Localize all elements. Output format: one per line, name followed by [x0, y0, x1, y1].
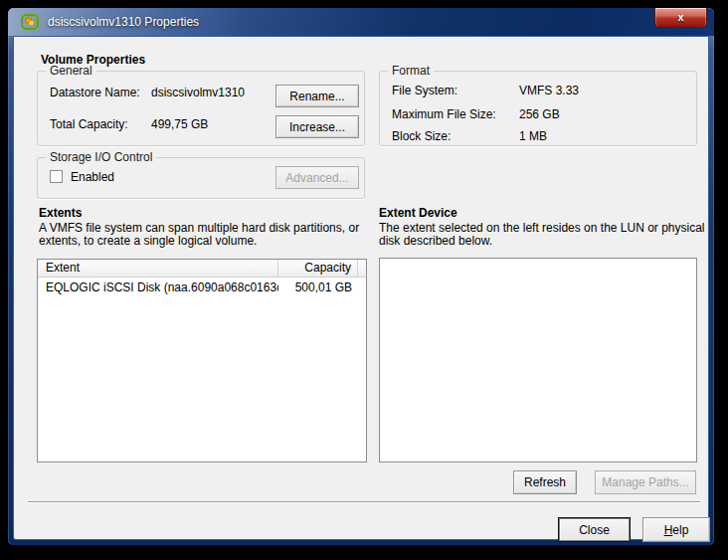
increase-button[interactable]: Increase... [275, 115, 359, 138]
advanced-button: Advanced... [275, 166, 359, 189]
block-size-value: 1 MB [519, 129, 547, 143]
table-row[interactable]: EQLOGIC iSCSI Disk (naa.6090a068c0163d7.… [38, 278, 366, 297]
titlebar[interactable]: dsiscsivolmv1310 Properties x [8, 8, 714, 36]
extents-table-header[interactable]: Extent Capacity [38, 260, 366, 278]
close-button[interactable]: Close [558, 517, 631, 542]
capacity-cell[interactable]: 500,01 GB [278, 278, 358, 297]
file-system-label: File System: [392, 84, 457, 97]
storage-io-control-legend: Storage I/O Control [46, 150, 156, 164]
total-capacity-value: 499,75 GB [151, 117, 208, 131]
extent-cell[interactable]: EQLOGIC iSCSI Disk (naa.6090a068c0163d7.… [38, 278, 278, 297]
file-system-value: VMFS 3.33 [519, 84, 579, 97]
filler-column-header [358, 260, 366, 277]
extent-column-header[interactable]: Extent [38, 260, 278, 277]
help-button[interactable]: Help [642, 517, 710, 542]
dialog-client-area: Volume Properties General Datastore Name… [13, 36, 709, 540]
storage-io-control-group: Storage I/O Control Enabled Advanced... [37, 157, 365, 199]
extent-device-panel [379, 258, 697, 463]
extent-device-description-line1: The extent selected on the left resides … [379, 221, 705, 235]
close-icon[interactable]: x [654, 8, 707, 28]
rename-button[interactable]: Rename... [275, 85, 359, 107]
total-capacity-label: Total Capacity: [50, 117, 128, 131]
general-group-legend: General [46, 64, 96, 78]
properties-dialog-window: dsiscsivolmv1310 Properties x Volume Pro… [8, 8, 714, 545]
extents-description-line2: extents, to create a single logical volu… [39, 234, 257, 248]
max-file-size-value: 256 GB [519, 107, 560, 121]
window-title: dsiscsivolmv1310 Properties [48, 15, 199, 29]
datastore-name-label: Datastore Name: [50, 86, 140, 99]
manage-paths-button: Manage Paths... [595, 470, 696, 494]
extents-description-line1: A VMFS file system can span multiple har… [39, 221, 359, 235]
vsphere-app-icon [21, 13, 39, 31]
extents-table-empty-area[interactable] [38, 297, 366, 462]
format-group: Format File System: VMFS 3.33 Maximum Fi… [379, 71, 697, 146]
block-size-label: Block Size: [392, 129, 451, 143]
refresh-button[interactable]: Refresh [513, 470, 577, 494]
extent-device-heading: Extent Device [379, 206, 457, 220]
format-group-legend: Format [388, 64, 434, 78]
max-file-size-label: Maximum File Size: [392, 107, 496, 121]
extent-device-description-line2: disk described below. [379, 234, 492, 248]
datastore-name-value: dsiscsivolmv1310 [151, 86, 245, 99]
screenshot-background: { "window": { "title": "dsiscsivolmv1310… [0, 0, 728, 560]
general-group: General Datastore Name: dsiscsivolmv1310… [37, 71, 365, 146]
sioc-enabled-label: Enabled [71, 170, 114, 184]
capacity-column-header[interactable]: Capacity [278, 260, 358, 277]
extents-table[interactable]: Extent Capacity EQLOGIC iSCSI Disk (naa.… [37, 259, 367, 463]
extents-heading: Extents [39, 206, 82, 220]
sioc-enabled-checkbox[interactable] [50, 170, 63, 183]
footer-divider [28, 501, 700, 503]
